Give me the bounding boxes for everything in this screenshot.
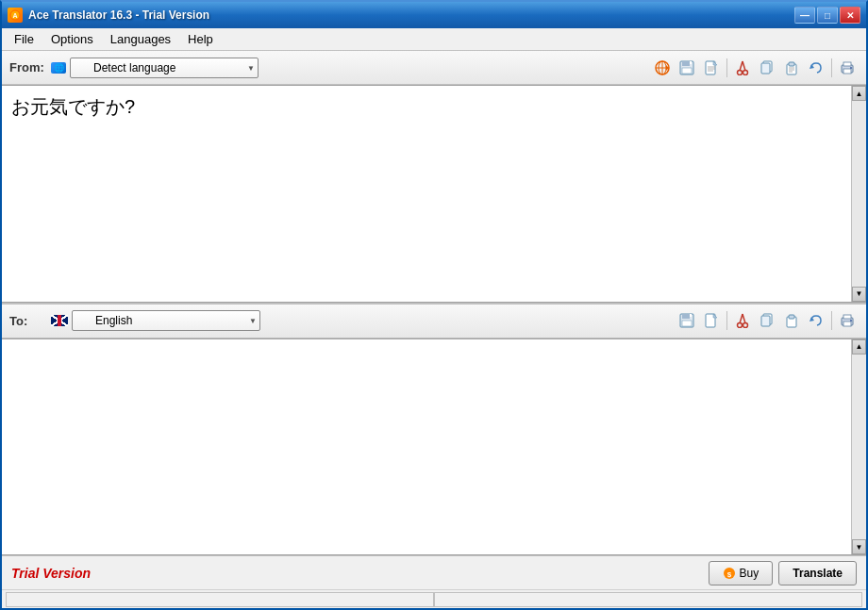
svg-text:A: A bbox=[12, 12, 17, 19]
svg-line-19 bbox=[743, 61, 745, 71]
main-window: A Ace Translator 16.3 - Trial Version — … bbox=[0, 0, 868, 610]
from-label: From: bbox=[9, 60, 47, 74]
svg-rect-34 bbox=[682, 321, 692, 326]
svg-line-18 bbox=[740, 61, 743, 71]
menu-options[interactable]: Options bbox=[42, 29, 102, 49]
svg-rect-35 bbox=[690, 314, 692, 317]
svg-rect-49 bbox=[843, 315, 851, 319]
bottom-status-bar bbox=[2, 589, 866, 608]
save-to-btn[interactable] bbox=[676, 309, 698, 332]
new-to-btn[interactable] bbox=[700, 309, 723, 332]
output-scrollbar[interactable]: ▲ ▼ bbox=[851, 339, 866, 555]
svg-rect-8 bbox=[682, 61, 690, 66]
source-language-wrapper: 🌐 Detect language Japanese Chinese Spani… bbox=[51, 58, 259, 78]
svg-marker-46 bbox=[810, 317, 814, 321]
save-from-btn[interactable] bbox=[676, 57, 698, 79]
window-title: Ace Translator 16.3 - Trial Version bbox=[28, 8, 209, 22]
svg-rect-9 bbox=[682, 68, 692, 74]
svg-rect-23 bbox=[789, 62, 794, 66]
print-from-btn[interactable] bbox=[836, 57, 859, 79]
english-flag-icon bbox=[51, 315, 68, 326]
to-toolbar-separator-2 bbox=[831, 311, 832, 330]
paste-to-btn[interactable] bbox=[780, 309, 803, 332]
source-text-container: お元気ですか? ▲ ▼ bbox=[2, 85, 866, 303]
source-text-input[interactable]: お元気ですか? bbox=[2, 86, 851, 302]
menu-help[interactable]: Help bbox=[179, 29, 222, 49]
title-bar-left: A Ace Translator 16.3 - Trial Version bbox=[8, 8, 209, 23]
svg-rect-10 bbox=[690, 61, 692, 64]
from-toolbar-icons bbox=[651, 57, 859, 79]
svg-rect-29 bbox=[843, 69, 851, 74]
toolbar-separator-1 bbox=[726, 58, 727, 77]
to-toolbar-icons bbox=[676, 309, 859, 332]
copy-to-btn[interactable] bbox=[756, 309, 778, 332]
menu-languages[interactable]: Languages bbox=[102, 29, 179, 49]
paste-from-btn[interactable] bbox=[780, 57, 803, 79]
translate-button[interactable]: Translate bbox=[778, 561, 857, 585]
action-buttons: $ Buy Translate bbox=[709, 561, 857, 585]
svg-marker-27 bbox=[810, 64, 814, 69]
svg-line-41 bbox=[743, 314, 745, 323]
svg-point-38 bbox=[738, 323, 743, 328]
app-icon: A bbox=[8, 8, 23, 23]
svg-point-39 bbox=[743, 323, 748, 328]
new-from-btn[interactable] bbox=[700, 57, 723, 79]
to-toolbar-separator-1 bbox=[726, 311, 727, 330]
target-language-wrapper: English Japanese Spanish French German C… bbox=[51, 310, 260, 331]
output-scroll-up[interactable]: ▲ bbox=[852, 339, 866, 354]
close-button[interactable]: ✕ bbox=[840, 7, 860, 24]
output-text-container: ▲ ▼ bbox=[2, 338, 866, 556]
svg-point-16 bbox=[738, 70, 743, 74]
to-toolbar: To: English Japanese Spanish French Germ… bbox=[2, 305, 866, 338]
from-toolbar: From: 🌐 Detect language Japanese Chinese… bbox=[2, 51, 866, 85]
source-language-select[interactable]: Detect language Japanese Chinese Spanish bbox=[70, 58, 259, 78]
output-scroll-track[interactable] bbox=[852, 354, 866, 540]
status-panel-1 bbox=[6, 592, 434, 607]
undo-from-btn[interactable] bbox=[805, 57, 827, 79]
copy-from-btn[interactable] bbox=[756, 57, 778, 79]
to-label: To: bbox=[9, 314, 47, 328]
status-panel-2 bbox=[434, 592, 862, 607]
source-scroll-down[interactable]: ▼ bbox=[852, 287, 866, 302]
cut-from-btn[interactable] bbox=[731, 57, 754, 79]
trial-version-text: Trial Version bbox=[11, 566, 91, 581]
svg-rect-33 bbox=[682, 314, 690, 319]
svg-rect-43 bbox=[761, 316, 770, 326]
main-content: From: 🌐 Detect language Japanese Chinese… bbox=[2, 51, 866, 555]
source-panel: From: 🌐 Detect language Japanese Chinese… bbox=[2, 51, 866, 305]
window-controls: — □ ✕ bbox=[794, 7, 860, 24]
toolbar-separator-2 bbox=[831, 58, 832, 77]
svg-rect-30 bbox=[843, 62, 851, 66]
source-scroll-up[interactable]: ▲ bbox=[852, 86, 866, 101]
source-scroll-track[interactable] bbox=[852, 101, 866, 287]
menu-bar: File Options Languages Help bbox=[2, 28, 866, 51]
minimize-button[interactable]: — bbox=[794, 7, 815, 24]
cut-to-btn[interactable] bbox=[731, 309, 754, 332]
svg-point-17 bbox=[743, 70, 748, 74]
svg-point-50 bbox=[850, 320, 852, 321]
maximize-button[interactable]: □ bbox=[817, 7, 838, 24]
output-panel: To: English Japanese Spanish French Germ… bbox=[2, 305, 866, 556]
svg-rect-45 bbox=[789, 315, 794, 319]
status-bar: Trial Version $ Buy Translate bbox=[2, 555, 866, 589]
buy-button[interactable]: $ Buy bbox=[709, 561, 774, 585]
svg-point-31 bbox=[850, 67, 852, 69]
translate-icon-btn[interactable] bbox=[651, 57, 674, 79]
svg-text:$: $ bbox=[726, 569, 731, 578]
undo-to-btn[interactable] bbox=[805, 309, 827, 332]
target-language-select[interactable]: English Japanese Spanish French German C… bbox=[72, 310, 260, 331]
title-bar: A Ace Translator 16.3 - Trial Version — … bbox=[2, 2, 866, 28]
status-panels bbox=[6, 592, 862, 607]
source-scrollbar[interactable]: ▲ ▼ bbox=[851, 86, 866, 302]
output-scroll-down[interactable]: ▼ bbox=[852, 539, 866, 554]
output-text-input[interactable] bbox=[2, 339, 851, 555]
svg-rect-21 bbox=[761, 63, 770, 74]
svg-line-40 bbox=[740, 314, 743, 323]
svg-rect-48 bbox=[843, 321, 851, 326]
print-to-btn[interactable] bbox=[836, 309, 859, 332]
detect-icon: 🌐 bbox=[51, 62, 66, 74]
menu-file[interactable]: File bbox=[6, 29, 42, 49]
